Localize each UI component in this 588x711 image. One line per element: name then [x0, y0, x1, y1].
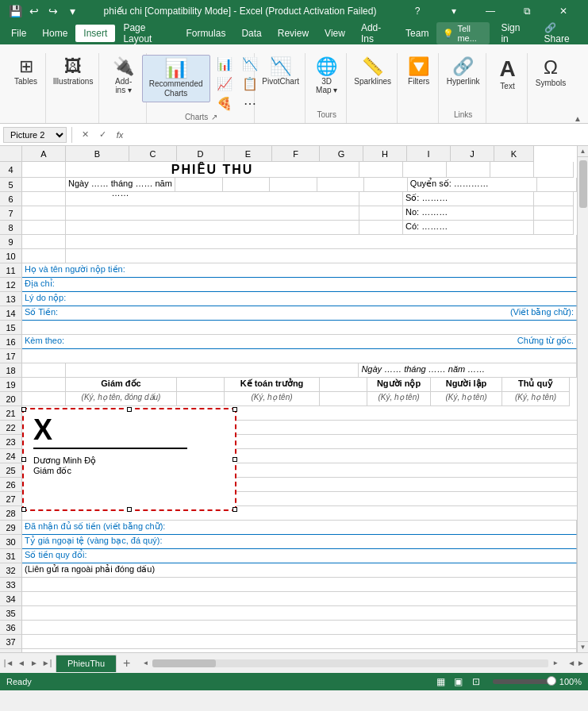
cell-h6[interactable]: Số: ………: [403, 192, 534, 206]
formula-input[interactable]: [131, 130, 585, 140]
row-header-31[interactable]: 31: [0, 549, 22, 563]
row-header-20[interactable]: 20: [0, 392, 22, 406]
scroll-thumb-v[interactable]: [579, 160, 587, 208]
row-header-14[interactable]: 14: [0, 306, 22, 321]
cell-kem-theo[interactable]: Kèm theo: Chứng từ gốc.: [22, 335, 577, 349]
cell-k4[interactable]: [534, 162, 574, 178]
cancel-btn[interactable]: ✕: [77, 128, 93, 142]
row-header-24[interactable]: 24: [0, 449, 22, 463]
cell-f20[interactable]: [320, 392, 367, 406]
row-header-8[interactable]: 8: [0, 221, 22, 235]
addins-btn[interactable]: 🔌 Add-ins ▾: [106, 55, 141, 98]
col-header-d[interactable]: D: [177, 146, 225, 162]
row-header-6[interactable]: 6: [0, 192, 22, 206]
row-header-38[interactable]: 38: [0, 649, 22, 652]
scroll-right-arrow[interactable]: ►: [550, 658, 561, 669]
cell-b15[interactable]: [22, 321, 577, 335]
view-normal-btn[interactable]: ▦: [434, 674, 448, 689]
row-header-35[interactable]: 35: [0, 606, 22, 621]
handle-tr[interactable]: [233, 407, 237, 412]
col-header-h[interactable]: H: [363, 146, 407, 162]
row-header-12[interactable]: 12: [0, 278, 22, 292]
cell-a6[interactable]: [22, 192, 66, 206]
cell-b6[interactable]: [66, 192, 359, 206]
pivotchart-btn[interactable]: 📉 PivotChart: [257, 55, 304, 89]
cell-g5[interactable]: [364, 178, 408, 192]
sheet-first-arrow[interactable]: |◄: [3, 658, 14, 669]
cell-a9[interactable]: [22, 235, 66, 249]
row-header-21[interactable]: 21: [0, 406, 22, 421]
row-header-16[interactable]: 16: [0, 335, 22, 349]
menu-page-layout[interactable]: Page Layout: [115, 19, 178, 48]
cell-b4-title[interactable]: PHIẾU THU: [66, 162, 359, 178]
row-header-13[interactable]: 13: [0, 292, 22, 306]
cell-dia-chi[interactable]: Địa chỉ:: [22, 278, 577, 292]
sheet-prev-arrow[interactable]: ◄: [16, 658, 27, 669]
confirm-btn[interactable]: ✓: [94, 128, 110, 142]
share-btn[interactable]: 🔗 Share: [536, 19, 585, 48]
cell-a19[interactable]: [22, 378, 66, 392]
handle-ml[interactable]: [21, 457, 26, 462]
row-header-25[interactable]: 25: [0, 463, 22, 478]
cell-a10[interactable]: [22, 249, 66, 263]
cell-b7[interactable]: [66, 206, 359, 221]
row-header-29[interactable]: 29: [0, 521, 22, 535]
handle-bc[interactable]: [127, 507, 132, 512]
sheet-last-arrow[interactable]: ►|: [41, 658, 52, 669]
cell-h4[interactable]: [403, 162, 447, 178]
sparklines-btn[interactable]: 📏 Sparklines: [349, 55, 396, 89]
cell-i4[interactable]: [447, 162, 490, 178]
handle-mr[interactable]: [233, 457, 237, 462]
menu-view[interactable]: View: [317, 25, 353, 42]
cell-a20[interactable]: [22, 392, 66, 406]
cell-c20[interactable]: [177, 392, 225, 406]
tables-btn[interactable]: ⊞ Tables: [9, 55, 44, 89]
row-header-22[interactable]: 22: [0, 421, 22, 435]
menu-home[interactable]: Home: [34, 25, 75, 42]
cell-j19[interactable]: Thủ quỹ: [502, 378, 570, 392]
cell-a8[interactable]: [22, 221, 66, 235]
cell-b34[interactable]: [22, 592, 577, 606]
sheet-tab-phieuthu[interactable]: PhieuThu: [56, 655, 117, 672]
ribbon-collapse-btn[interactable]: ▲: [574, 111, 582, 123]
scroll-thumb-h[interactable]: [152, 659, 216, 667]
menu-insert[interactable]: Insert: [75, 25, 115, 42]
view-page-layout-btn[interactable]: ▣: [452, 674, 466, 689]
redo-icon[interactable]: ↪: [44, 2, 62, 20]
row-header-10[interactable]: 10: [0, 249, 22, 263]
col-header-i[interactable]: I: [407, 146, 451, 162]
zoom-slider-thumb[interactable]: [547, 676, 556, 686]
charts-dialog-launcher[interactable]: ↗: [211, 113, 217, 121]
cell-b19[interactable]: Giám đốc: [66, 378, 177, 392]
sign-in-btn[interactable]: Sign in: [493, 19, 532, 48]
text-btn[interactable]: A Text: [490, 55, 525, 94]
cell-g19[interactable]: Người nộp: [367, 378, 431, 392]
row-header-18[interactable]: 18: [0, 363, 22, 378]
cell-h19[interactable]: Người lập: [431, 378, 502, 392]
cell-b9[interactable]: [66, 235, 577, 249]
cell-b5[interactable]: Ngày …… tháng …… năm ……: [66, 178, 176, 192]
handle-tc[interactable]: [127, 407, 132, 412]
cell-ty-gia[interactable]: Tỷ giá ngoại tệ (vàng bạc, đá quý):: [22, 535, 577, 549]
picture-box[interactable]: X Dương Minh Độ Giám đốc: [22, 408, 236, 511]
handle-tl[interactable]: [21, 407, 26, 412]
cell-k8[interactable]: [534, 221, 574, 235]
recommended-charts-btn[interactable]: 📊 RecommendedCharts: [142, 55, 210, 102]
vertical-scrollbar[interactable]: ▲ ▼: [577, 146, 588, 652]
cell-b8[interactable]: [66, 221, 359, 235]
cell-a7[interactable]: [22, 206, 66, 221]
cell-k6[interactable]: [534, 192, 574, 206]
row-header-23[interactable]: 23: [0, 435, 22, 449]
row-header-26[interactable]: 26: [0, 478, 22, 492]
cell-da-nhan[interactable]: Đã nhận đủ số tiền (viết bằng chữ):: [22, 521, 577, 535]
cell-b10[interactable]: [66, 249, 577, 263]
view-break-preview-btn[interactable]: ⊡: [469, 674, 483, 689]
row-header-9[interactable]: 9: [0, 235, 22, 249]
cell-a5[interactable]: [22, 178, 66, 192]
cell-h5[interactable]: Quyển số: …………: [408, 178, 538, 192]
col-header-j[interactable]: J: [451, 146, 494, 162]
row-header-28[interactable]: 28: [0, 506, 22, 521]
row-header-37[interactable]: 37: [0, 635, 22, 649]
cell-b18[interactable]: [66, 363, 359, 378]
cell-b35[interactable]: [22, 606, 577, 621]
